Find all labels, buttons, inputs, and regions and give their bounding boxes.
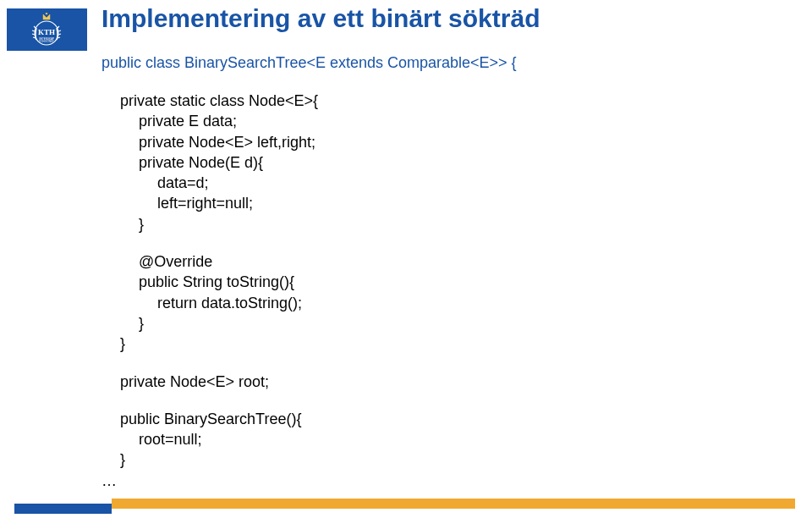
- code-line: }: [102, 214, 795, 234]
- code-line: data=d;: [102, 173, 795, 193]
- code-line: @Override: [102, 251, 795, 272]
- code-line: private Node(E d){: [102, 152, 795, 173]
- code-class-declaration: public class BinarySearchTree<E extends …: [102, 54, 795, 72]
- code-line: root=null;: [102, 429, 795, 449]
- slide-content: Implementering av ett binärt sökträd pub…: [102, 4, 795, 491]
- svg-point-0: [46, 13, 47, 14]
- code-line: }: [102, 313, 795, 333]
- footer-decoration: [0, 499, 812, 514]
- code-line: private static class Node<E>{: [102, 91, 795, 111]
- code-line: }: [102, 333, 795, 354]
- code-line: public String toString(){: [102, 272, 795, 292]
- code-body: private static class Node<E>{ private E …: [102, 91, 795, 491]
- svg-text:OCH KONST: OCH KONST: [39, 40, 54, 43]
- footer-bar-blue: [14, 504, 112, 514]
- code-line: private Node<E> root;: [102, 372, 795, 392]
- code-line: left=right=null;: [102, 193, 795, 213]
- footer-bar-orange: [112, 499, 795, 509]
- code-line: private E data;: [102, 111, 795, 131]
- code-line: private Node<E> left,right;: [102, 132, 795, 152]
- svg-text:KTH: KTH: [38, 28, 55, 36]
- code-line: public BinarySearchTree(){: [102, 409, 795, 429]
- kth-logo: KTH VETENSKAP OCH KONST: [7, 8, 87, 51]
- code-line: }: [102, 449, 795, 470]
- code-line: return data.toString();: [102, 293, 795, 313]
- slide-title: Implementering av ett binärt sökträd: [102, 4, 795, 33]
- code-line: …: [102, 471, 795, 491]
